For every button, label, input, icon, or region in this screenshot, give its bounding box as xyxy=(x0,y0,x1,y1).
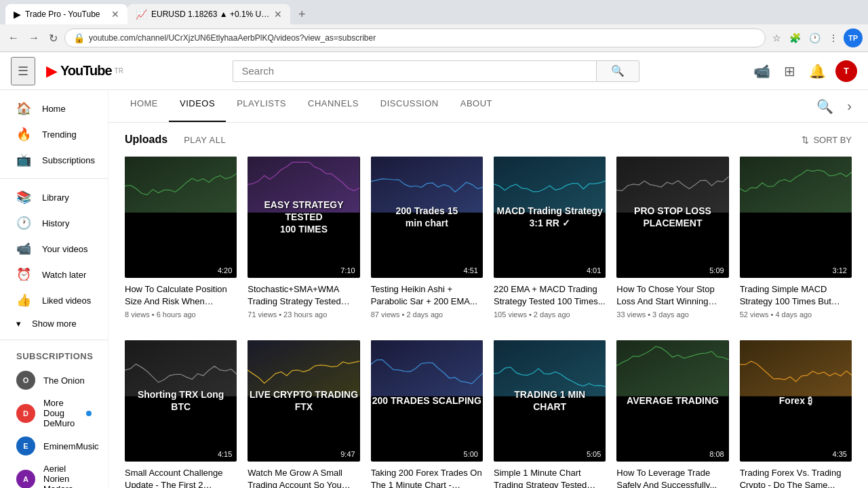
youtube-logo[interactable]: ▶ YouTubeTR xyxy=(46,62,123,80)
sidebar-item-your-videos[interactable]: 📹 Your videos xyxy=(0,236,108,262)
video-title: Small Account Challenge Update - The Fir… xyxy=(125,467,237,488)
video-card[interactable]: LIVE CRYPTO TRADINGFTX 9:47 Watch Me Gro… xyxy=(248,340,359,488)
the-onion-avatar: O xyxy=(16,371,35,390)
thumb-text: 200 Trades 15 xyxy=(395,205,458,217)
sidebar-item-subscriptions[interactable]: 📺 Subscriptions xyxy=(0,147,108,173)
sidebar-sub-doug[interactable]: D More Doug DeMuro xyxy=(0,394,108,432)
sidebar-sub-aeriel[interactable]: A Aeriel Norien Madara... xyxy=(0,460,108,488)
video-title: 220 EMA + MACD Trading Strategy Tested 1… xyxy=(494,283,606,308)
upload-icon[interactable]: 📹 xyxy=(749,59,774,83)
sort-by-button[interactable]: ⇅ SORT BY xyxy=(802,135,852,145)
video-card[interactable]: TRADING 1 MINCHART 5:05 Simple 1 Minute … xyxy=(494,340,606,488)
video-card[interactable]: AVERAGE TRADING 8:08 How To Leverage Tra… xyxy=(616,340,728,488)
sidebar-liked-label: Liked videos xyxy=(42,296,91,306)
video-info: How To Leverage Trade Safely And Success… xyxy=(616,462,728,488)
nav-home[interactable]: HOME xyxy=(119,90,169,122)
nav-channels[interactable]: CHANNELS xyxy=(297,90,370,122)
sidebar-item-home[interactable]: 🏠 Home xyxy=(0,96,108,121)
video-card[interactable]: PRO STOP LOSSPLACEMENT 5:09 How To Chose… xyxy=(616,157,728,324)
video-duration: 5:00 xyxy=(462,449,480,459)
new-tab-button[interactable]: + xyxy=(293,5,311,24)
thumb-overlay: LIVE CRYPTO TRADINGFTX xyxy=(248,340,359,462)
video-thumbnail: PRO STOP LOSSPLACEMENT 5:09 xyxy=(616,157,728,278)
video-card[interactable]: Forex ₿ 4:35 Trading Forex Vs. Trading C… xyxy=(740,340,852,488)
video-row-1: Shorting TRX LongBTC 4:15 Small Account … xyxy=(125,340,852,488)
browser-icons: ☆ 🧩 🕐 ⋮ TP xyxy=(770,28,863,47)
video-thumbnail: TRADING 1 MINCHART 5:05 xyxy=(494,340,606,462)
play-all-button[interactable]: PLAY ALL xyxy=(184,135,226,145)
thumb-text: FTX xyxy=(295,401,313,413)
sidebar-home-label: Home xyxy=(42,104,66,114)
video-info: Testing Heikin Ashi + Parabolic Sar + 20… xyxy=(371,278,483,324)
sidebar-item-watch-later[interactable]: ⏰ Watch later xyxy=(0,262,108,287)
search-button[interactable]: 🔍 xyxy=(596,60,639,82)
your-videos-icon: 📹 xyxy=(16,241,31,256)
video-title: Trading Forex Vs. Trading Crypto - Do Th… xyxy=(740,467,852,488)
sidebar-item-liked-videos[interactable]: 👍 Liked videos xyxy=(0,287,108,313)
video-meta: 105 views • 2 days ago xyxy=(494,310,606,319)
history-icon[interactable]: 🕐 xyxy=(806,30,823,46)
bookmark-icon[interactable]: ☆ xyxy=(770,30,784,46)
thumb-text: 200 TRADES SCALPING xyxy=(372,394,481,407)
nav-discussion[interactable]: DISCUSSION xyxy=(370,90,450,122)
search-input[interactable] xyxy=(233,60,596,82)
video-card[interactable]: Shorting TRX LongBTC 4:15 Small Account … xyxy=(125,340,237,488)
sidebar-watch-later-label: Watch later xyxy=(42,270,86,280)
refresh-button[interactable]: ↻ xyxy=(46,29,60,47)
tab-eurusd[interactable]: 📈 EURUSD 1.18263 ▲ +0.1% Unni... ✕ xyxy=(127,4,290,24)
show-more-button[interactable]: ▾ Show more xyxy=(0,313,108,334)
video-card[interactable]: 3:12 Trading Simple MACD Strategy 100 Ti… xyxy=(740,157,852,324)
thumb-text: TRADING 1 MIN xyxy=(514,388,585,401)
video-info: How To Calculate Position Size And Risk … xyxy=(125,278,237,324)
extensions-icon[interactable]: 🧩 xyxy=(787,30,804,46)
menu-button[interactable]: ☰ xyxy=(11,57,35,85)
sidebar-item-history[interactable]: 🕐 History xyxy=(0,210,108,236)
yt-main: 🏠 Home 🔥 Trending 📺 Subscriptions 📚 Libr… xyxy=(0,90,868,488)
sidebar-trending-label: Trending xyxy=(42,129,77,140)
channel-search-button[interactable]: 🔍 xyxy=(808,90,842,122)
sidebar-sub-eminem[interactable]: E EminemMusic xyxy=(0,432,108,460)
sidebar-sub-the-onion[interactable]: O The Onion xyxy=(0,367,108,394)
nav-about[interactable]: ABOUT xyxy=(450,90,503,122)
browser-profile[interactable]: TP xyxy=(844,28,863,47)
user-avatar[interactable]: T xyxy=(835,60,857,82)
sidebar-your-videos-label: Your videos xyxy=(42,244,87,254)
sidebar-divider-2 xyxy=(0,340,108,340)
notifications-icon[interactable]: 🔔 xyxy=(805,59,830,83)
thumb-text: Shorting TRX Long xyxy=(138,388,224,401)
thumb-text: PLACEMENT xyxy=(643,217,702,229)
video-card[interactable]: MACD Trading Strategy3:1 RR ✓ 4:01 220 E… xyxy=(494,157,606,324)
video-duration: 9:47 xyxy=(338,449,357,459)
apps-icon[interactable]: ⊞ xyxy=(780,59,800,83)
video-title: Testing Heikin Ashi + Parabolic Sar + 20… xyxy=(371,283,483,308)
video-card[interactable]: 200 Trades 15min chart 4:51 Testing Heik… xyxy=(371,157,483,324)
video-card[interactable]: 4:20 How To Calculate Position Size And … xyxy=(125,157,237,324)
video-card[interactable]: 200 TRADES SCALPING 5:00 Taking 200 Fore… xyxy=(371,340,483,488)
url-bar[interactable]: 🔒 youtube.com/channel/UCrXjzUN6EtlyhaaAe… xyxy=(64,28,766,47)
settings-icon[interactable]: ⋮ xyxy=(826,30,841,46)
video-thumbnail: AVERAGE TRADING 8:08 xyxy=(616,340,728,462)
video-card[interactable]: EASY STRATEGY TESTED100 TIMES 7:10 Stoch… xyxy=(248,157,359,324)
home-icon: 🏠 xyxy=(16,101,31,116)
tab-close-1[interactable]: ✕ xyxy=(111,9,119,20)
video-thumbnail: MACD Trading Strategy3:1 RR ✓ 4:01 xyxy=(494,157,606,278)
sidebar-item-trending[interactable]: 🔥 Trending xyxy=(0,121,108,147)
video-thumbnail: 200 TRADES SCALPING 5:00 xyxy=(371,340,483,462)
nav-videos[interactable]: VIDEOS xyxy=(169,90,226,122)
video-grid-container: 4:20 How To Calculate Position Size And … xyxy=(125,157,852,488)
video-duration: 5:09 xyxy=(707,266,726,275)
thumb-text: LIVE CRYPTO TRADING xyxy=(250,388,358,401)
forward-button[interactable]: → xyxy=(26,29,42,47)
sidebar-item-library[interactable]: 📚 Library xyxy=(0,184,108,210)
tab-favicon-1: ▶ xyxy=(14,9,21,20)
nav-playlists[interactable]: PLAYLISTS xyxy=(226,90,297,122)
tab-title-1: Trade Pro - YouTube xyxy=(25,9,107,19)
tab-close-2[interactable]: ✕ xyxy=(274,9,282,20)
tab-trade-pro[interactable]: ▶ Trade Pro - YouTube ✕ xyxy=(5,4,127,24)
eminem-avatar: E xyxy=(16,436,35,455)
video-title: Stochastic+SMA+WMA Trading Strategy Test… xyxy=(248,283,359,308)
thumb-overlay: AVERAGE TRADING xyxy=(616,340,728,462)
channel-nav-arrow[interactable]: › xyxy=(842,90,857,122)
youtube-app: ☰ ▶ YouTubeTR 🔍 📹 ⊞ 🔔 T 🏠 Home 🔥 xyxy=(0,52,868,488)
back-button[interactable]: ← xyxy=(5,29,22,47)
